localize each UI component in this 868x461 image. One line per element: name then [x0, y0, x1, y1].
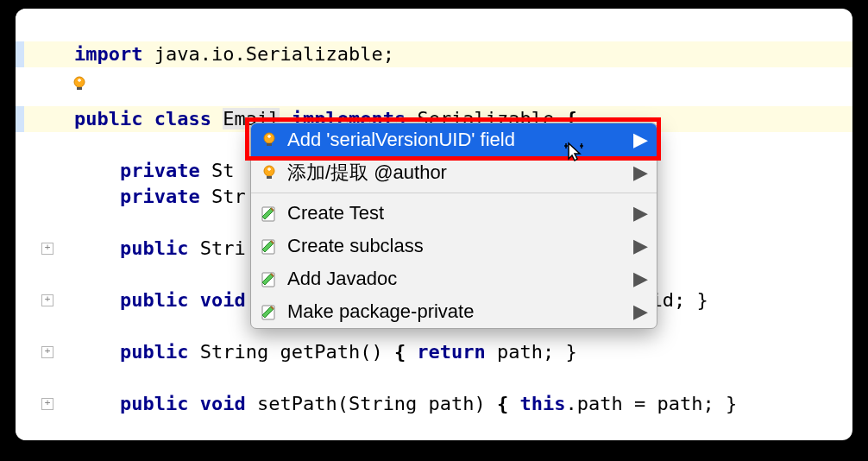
code-line: public Stri — [74, 236, 246, 262]
popup-item-create-test[interactable]: Create Test ▶ — [251, 197, 657, 230]
gutter-highlight-2 — [16, 106, 60, 132]
popup-item-label: 添加/提取 @author — [287, 160, 633, 186]
intention-actions-popup: Add 'serialVersionUID' field ▶ 添加/提取 @au… — [250, 123, 657, 329]
bulb-icon — [258, 161, 280, 184]
code-line: private Str — [74, 184, 246, 210]
popup-item-label: Add Javadoc — [287, 268, 633, 290]
submenu-arrow-icon: ▶ — [633, 129, 648, 151]
popup-item-label: Make package-private — [287, 300, 633, 323]
popup-separator — [251, 193, 657, 193]
gutter: + + + + — [16, 9, 60, 440]
popup-item-make-package-private[interactable]: Make package-private ▶ — [251, 295, 657, 328]
code-line: public void setPath(String path) { this.… — [74, 391, 737, 417]
code-line: public String getPath() { return path; } — [74, 339, 577, 365]
pencil-icon — [258, 268, 280, 290]
submenu-arrow-icon: ▶ — [633, 300, 648, 323]
popup-item-add-javadoc[interactable]: Add Javadoc ▶ — [251, 262, 657, 295]
code-line: private St — [74, 158, 234, 184]
svg-rect-3 — [267, 143, 272, 146]
submenu-arrow-icon: ▶ — [633, 161, 648, 184]
submenu-arrow-icon: ▶ — [633, 268, 648, 290]
submenu-arrow-icon: ▶ — [633, 235, 648, 257]
svg-rect-5 — [267, 176, 272, 179]
popup-item-add-author[interactable]: 添加/提取 @author ▶ — [251, 156, 657, 189]
bulb-icon — [258, 129, 280, 151]
gutter-caret-1 — [16, 41, 24, 67]
pencil-icon — [258, 202, 280, 224]
popup-item-add-serialversionuid[interactable]: Add 'serialVersionUID' field ▶ — [251, 123, 657, 156]
code-line: import java.io.Serializable; — [74, 41, 394, 67]
fold-icon[interactable]: + — [41, 346, 53, 358]
popup-item-label: Add 'serialVersionUID' field — [287, 129, 633, 151]
fold-icon[interactable]: + — [41, 243, 53, 255]
popup-item-label: Create Test — [287, 202, 633, 224]
popup-item-label: Create subclass — [287, 235, 633, 257]
pencil-icon — [258, 235, 280, 257]
popup-item-create-subclass[interactable]: Create subclass ▶ — [251, 230, 657, 262]
pencil-icon — [258, 300, 280, 323]
fold-icon[interactable]: + — [41, 294, 53, 306]
fold-icon[interactable]: + — [41, 398, 53, 410]
gutter-highlight-1 — [16, 41, 60, 67]
gutter-caret-2 — [16, 106, 24, 132]
submenu-arrow-icon: ▶ — [633, 202, 648, 224]
